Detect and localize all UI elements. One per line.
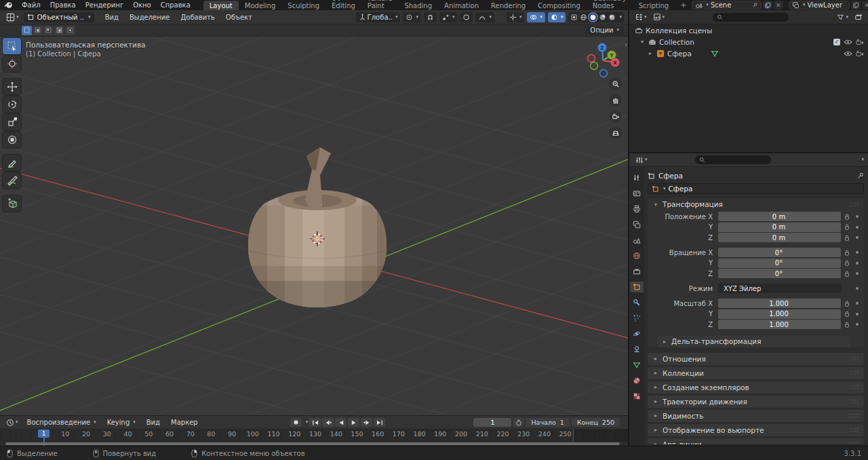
- shading-dropdown[interactable]: ▾: [619, 15, 622, 20]
- select-box-tool[interactable]: [3, 38, 21, 54]
- scene-selector[interactable]: ▾ Scene: [692, 1, 762, 9]
- frame-start-field[interactable]: Начало1: [526, 418, 569, 427]
- add-workspace-button[interactable]: +: [676, 1, 690, 9]
- playhead[interactable]: 1: [38, 429, 50, 438]
- properties-options-dropdown[interactable]: ▾: [861, 157, 864, 162]
- new-viewlayer-button[interactable]: [851, 1, 861, 9]
- animate-dot[interactable]: [853, 313, 861, 315]
- panel-drag-handle[interactable]: ::::: [849, 427, 859, 433]
- tab-material[interactable]: [630, 375, 644, 386]
- lock-icon[interactable]: [841, 213, 853, 221]
- select-mode-invert-button[interactable]: [54, 26, 64, 35]
- viewport-menu-item[interactable]: Выделение: [124, 13, 176, 22]
- use-preview-range-button[interactable]: [513, 418, 524, 427]
- jump-to-start-button[interactable]: [309, 418, 321, 427]
- timeline-view-menu[interactable]: Вид: [142, 418, 164, 427]
- properties-panel-header[interactable]: ▸ Создание экземпляров ::::: [648, 381, 864, 394]
- lock-icon[interactable]: [841, 285, 853, 292]
- workspace-tab[interactable]: Texture Paint: [361, 0, 399, 10]
- animate-dot[interactable]: [853, 215, 861, 218]
- lock-icon[interactable]: [841, 321, 853, 328]
- viewport-menu-item[interactable]: Объект: [220, 13, 258, 22]
- tab-texture[interactable]: [630, 391, 644, 402]
- disable-render-camera-icon[interactable]: [856, 50, 864, 57]
- camera-view-button[interactable]: [609, 110, 622, 123]
- panel-drag-handle[interactable]: ::::: [849, 202, 859, 208]
- animate-dot[interactable]: [853, 287, 861, 290]
- properties-panel-header[interactable]: ▸ Коллекции ::::: [648, 367, 864, 379]
- value-field[interactable]: 0°: [718, 269, 841, 278]
- tab-collection[interactable]: [630, 266, 644, 277]
- new-scene-button[interactable]: [763, 1, 772, 9]
- unlink-scene-button[interactable]: ✕: [774, 1, 783, 9]
- outliner-row-object[interactable]: ▸ Сфера: [629, 47, 868, 59]
- value-field[interactable]: 0°: [718, 258, 841, 268]
- select-mode-set-button[interactable]: [22, 26, 32, 35]
- proportional-editing-button[interactable]: [460, 12, 473, 22]
- select-mode-intersect-button[interactable]: [65, 26, 75, 35]
- tab-constraints[interactable]: [630, 344, 644, 355]
- falloff-dropdown[interactable]: ▾: [475, 12, 494, 22]
- pin-id-button[interactable]: [857, 172, 864, 179]
- pivot-point-dropdown[interactable]: ▾: [403, 12, 421, 22]
- remove-viewlayer-button[interactable]: ✕: [862, 1, 868, 9]
- rotate-tool[interactable]: [3, 96, 21, 113]
- measure-tool[interactable]: [3, 172, 21, 189]
- tab-world[interactable]: [630, 250, 644, 261]
- lock-icon[interactable]: [841, 249, 853, 256]
- frame-end-field[interactable]: Конец250: [572, 418, 620, 427]
- object-name-field[interactable]: ▾ Сфера: [648, 183, 864, 194]
- value-field[interactable]: 1.000: [718, 309, 841, 319]
- tab-particles[interactable]: [630, 313, 644, 324]
- outliner-search-input[interactable]: [713, 13, 789, 22]
- xray-square-icon[interactable]: [570, 14, 578, 21]
- snap-toggle-button[interactable]: [424, 12, 437, 22]
- properties-panel-header[interactable]: ▸ Отношения ::::: [648, 353, 864, 365]
- tab-scene[interactable]: [630, 235, 644, 246]
- workspace-tab[interactable]: Shading: [398, 1, 438, 10]
- workspace-tab[interactable]: Rendering: [485, 1, 532, 10]
- viewlayer-selector[interactable]: ▾ ViewLayer: [789, 1, 850, 9]
- value-field[interactable]: XYZ Эйлер: [718, 284, 841, 293]
- annotate-tool[interactable]: [3, 155, 21, 171]
- lock-icon[interactable]: [841, 223, 853, 231]
- select-mode-subtract-button[interactable]: [43, 26, 54, 35]
- lock-icon[interactable]: [841, 234, 853, 242]
- menu-item[interactable]: Окно: [128, 1, 156, 9]
- menu-item[interactable]: Файл: [17, 1, 45, 9]
- scale-tool[interactable]: [3, 114, 21, 130]
- transform-tool[interactable]: [3, 132, 21, 148]
- lock-icon[interactable]: [841, 259, 853, 267]
- panel-drag-handle[interactable]: ::::: [849, 441, 859, 444]
- panel-drag-handle[interactable]: ::::: [849, 398, 859, 404]
- workspace-tab[interactable]: UV Editing: [326, 0, 361, 10]
- navigation-gizmo[interactable]: Z Y X: [586, 39, 624, 79]
- outliner-row-scene-collection[interactable]: Коллекция сцены: [629, 24, 868, 36]
- workspace-tab[interactable]: Scripting: [633, 1, 675, 10]
- zoom-button[interactable]: [609, 77, 622, 90]
- cursor-tool[interactable]: [3, 56, 21, 72]
- transform-panel-header[interactable]: ▾ Трансформация ::::: [648, 198, 864, 210]
- blender-logo-icon[interactable]: [4, 1, 13, 9]
- play-button[interactable]: [348, 418, 359, 427]
- menu-item[interactable]: Рендеринг: [81, 1, 128, 9]
- auto-keying-button[interactable]: [290, 418, 302, 427]
- properties-search-input[interactable]: [695, 155, 771, 164]
- panel-drag-handle[interactable]: ::::: [849, 370, 859, 376]
- workspace-tab[interactable]: Modeling: [239, 1, 282, 10]
- timeline-editor-type-button[interactable]: ▾: [4, 418, 20, 427]
- add-cube-tool[interactable]: [3, 195, 21, 212]
- viewport-menu-item[interactable]: Добавить: [175, 13, 220, 22]
- properties-panel-header[interactable]: ▸ Отображение во вьюпорте ::::: [648, 424, 864, 436]
- playback-menu[interactable]: Воспроизведение▾: [23, 418, 100, 427]
- panel-drag-handle[interactable]: ::::: [849, 413, 859, 419]
- timeline-ruler[interactable]: 1020304050607080901001101201301401501601…: [0, 429, 628, 442]
- workspace-tab[interactable]: Geometry Nodes: [587, 0, 633, 10]
- animate-dot[interactable]: [853, 272, 861, 275]
- play-reverse-button[interactable]: [335, 418, 347, 427]
- panel-drag-handle[interactable]: ::::: [849, 356, 859, 362]
- value-field[interactable]: 1.000: [718, 299, 841, 308]
- animate-dot[interactable]: [853, 251, 861, 254]
- properties-panel-header[interactable]: ▸ Арт-линии ::::: [648, 438, 864, 445]
- disclosure-triangle[interactable]: ▸: [647, 50, 654, 56]
